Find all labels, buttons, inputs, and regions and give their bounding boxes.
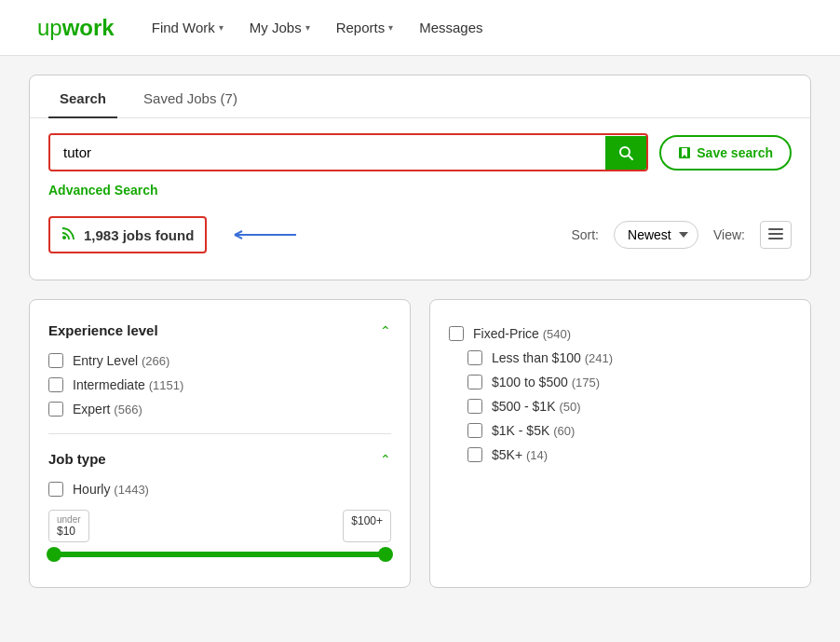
search-button[interactable]	[605, 136, 646, 170]
hourly-rate-slider: under $10 $100+	[48, 510, 391, 557]
100-to-500-item: $100 to $500 (175)	[467, 375, 792, 389]
fixed-price-section: Fixed-Price (540) Less than $100 (241)	[449, 322, 792, 462]
fixed-price-item: Fixed-Price (540)	[449, 326, 792, 341]
under-label: under	[57, 514, 81, 525]
search-input-wrap	[48, 133, 648, 171]
entry-level-checkbox[interactable]	[48, 353, 63, 368]
nav-find-work-label: Find Work	[152, 20, 215, 35]
hourly-item: Hourly (1443)	[48, 482, 391, 497]
nav-reports[interactable]: Reports ▾	[336, 20, 394, 35]
5k-plus-checkbox[interactable]	[467, 447, 482, 462]
expert-checkbox[interactable]	[48, 402, 63, 417]
save-search-button[interactable]: Save search	[659, 135, 792, 171]
chevron-down-icon: ▾	[388, 22, 393, 33]
logo: upwork	[37, 15, 115, 41]
less-than-100-item: Less than $100 (241)	[467, 350, 792, 365]
experience-section-title: Experience level	[48, 322, 158, 338]
intermediate-item: Intermediate (1151)	[48, 377, 391, 392]
chevron-up-icon[interactable]: ⌃	[380, 323, 391, 338]
jobs-found-wrap: 1,983 jobs found	[48, 216, 298, 253]
expert-item: Expert (566)	[48, 402, 391, 417]
sort-view-row: Sort: Newest View:	[571, 221, 792, 249]
chevron-up-icon-2[interactable]: ⌃	[380, 452, 391, 467]
1k-to-5k-label: $1K - $5K (60)	[492, 423, 575, 438]
svg-line-1	[629, 156, 632, 159]
100-to-500-checkbox[interactable]	[467, 375, 482, 389]
view-label: View:	[713, 227, 745, 242]
less-than-100-label: Less than $100 (241)	[492, 350, 613, 365]
jobs-found-text: 1,983 jobs found	[84, 227, 194, 243]
tabs-row: Search Saved Jobs (7)	[30, 75, 810, 118]
header: upwork Find Work ▾ My Jobs ▾ Reports ▾ M…	[0, 0, 840, 56]
intermediate-checkbox[interactable]	[48, 377, 63, 392]
expert-label: Expert (566)	[73, 402, 142, 417]
500-to-1k-item: $500 - $1K (50)	[467, 399, 792, 414]
slider-max-tag: $100+	[343, 510, 391, 542]
slider-thumb-right[interactable]	[378, 547, 393, 562]
chevron-down-icon: ▾	[305, 22, 310, 33]
slider-labels: under $10 $100+	[48, 510, 391, 542]
nav-messages[interactable]: Messages	[419, 20, 482, 35]
hourly-label: Hourly (1443)	[73, 482, 149, 497]
search-row: Save search	[30, 118, 810, 179]
fixed-price-label: Fixed-Price (540)	[473, 326, 571, 341]
entry-level-label: Entry Level (266)	[73, 353, 169, 368]
experience-section-header: Experience level ⌃	[48, 322, 391, 338]
slider-fill	[48, 552, 391, 557]
sort-label: Sort:	[571, 227, 599, 242]
rss-icon	[61, 225, 76, 244]
slider-thumb-left[interactable]	[47, 547, 61, 562]
tab-search[interactable]: Search	[48, 75, 117, 117]
job-type-section-title: Job type	[48, 451, 106, 467]
chevron-down-icon: ▾	[219, 22, 224, 33]
nav-find-work[interactable]: Find Work ▾	[152, 20, 224, 35]
entry-level-item: Entry Level (266)	[48, 353, 391, 368]
divider	[48, 433, 391, 434]
slider-min-tag: under $10	[48, 510, 89, 542]
list-view-icon	[768, 228, 783, 239]
svg-rect-5	[768, 233, 783, 235]
jobs-found-badge: 1,983 jobs found	[48, 216, 207, 253]
slider-max-value: $100+	[351, 514, 383, 527]
hourly-checkbox[interactable]	[48, 482, 63, 497]
search-card: Search Saved Jobs (7)	[29, 75, 811, 280]
sort-select[interactable]: Newest	[614, 221, 698, 249]
100-to-500-label: $100 to $500 (175)	[492, 375, 600, 389]
nav-reports-label: Reports	[336, 20, 386, 35]
fixed-price-checkbox[interactable]	[449, 326, 464, 341]
left-filter-card: Experience level ⌃ Entry Level (266) Int…	[29, 299, 411, 588]
jobs-row: 1,983 jobs found Sort: Newest View:	[30, 209, 810, 261]
main-content: Search Saved Jobs (7)	[1, 56, 839, 607]
main-nav: Find Work ▾ My Jobs ▾ Reports ▾ Messages	[152, 20, 483, 35]
bottom-row: Experience level ⌃ Entry Level (266) Int…	[29, 299, 811, 588]
bookmark-icon	[678, 146, 691, 159]
search-input[interactable]	[50, 135, 605, 170]
nav-messages-label: Messages	[419, 20, 482, 35]
svg-rect-4	[768, 228, 783, 230]
intermediate-label: Intermediate (1151)	[73, 377, 183, 392]
advanced-search-link[interactable]: Advanced Search	[30, 179, 810, 209]
nav-my-jobs[interactable]: My Jobs ▾	[250, 20, 310, 35]
job-type-section-header: Job type ⌃	[48, 451, 391, 467]
500-to-1k-checkbox[interactable]	[467, 399, 482, 414]
arrow-indicator	[224, 225, 298, 244]
slider-track	[48, 552, 391, 557]
fixed-price-sub-items: Less than $100 (241) $100 to $500 (175)	[449, 350, 792, 462]
svg-rect-6	[768, 238, 783, 239]
1k-to-5k-item: $1K - $5K (60)	[467, 423, 792, 438]
search-icon	[618, 145, 633, 160]
right-filter-card: Fixed-Price (540) Less than $100 (241)	[429, 299, 811, 588]
tab-saved-jobs[interactable]: Saved Jobs (7)	[132, 75, 249, 117]
less-than-100-checkbox[interactable]	[467, 350, 482, 365]
5k-plus-item: $5K+ (14)	[467, 447, 792, 462]
view-toggle-button[interactable]	[760, 221, 792, 249]
slider-min-value: $10	[57, 525, 75, 538]
500-to-1k-label: $500 - $1K (50)	[492, 399, 581, 414]
svg-point-3	[62, 236, 66, 239]
5k-plus-label: $5K+ (14)	[492, 447, 548, 462]
1k-to-5k-checkbox[interactable]	[467, 423, 482, 438]
nav-my-jobs-label: My Jobs	[250, 20, 302, 35]
